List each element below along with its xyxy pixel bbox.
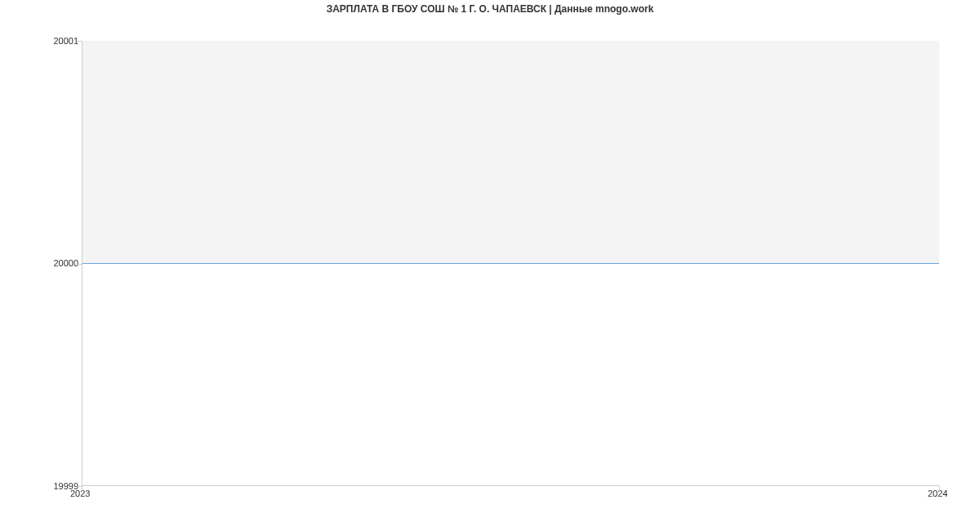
x-axis <box>82 485 939 486</box>
series-line <box>82 263 939 264</box>
y-tick-label-top: 20001 <box>5 36 78 46</box>
x-tick-label-start: 2023 <box>70 489 90 498</box>
y-tick-label-bottom: 19999 <box>5 481 78 491</box>
x-tick-start <box>82 486 82 491</box>
x-tick-end <box>939 486 940 491</box>
salary-chart: ЗАРПЛАТА В ГБОУ СОШ № 1 Г. О. ЧАПАЕВСК |… <box>0 0 980 531</box>
y-axis <box>82 41 82 486</box>
y-tick-top <box>77 41 82 42</box>
plot-area <box>82 41 939 486</box>
y-tick-label-mid: 20000 <box>5 258 78 268</box>
x-tick-label-end: 2024 <box>928 489 947 498</box>
y-tick-mid <box>77 264 82 265</box>
chart-title: ЗАРПЛАТА В ГБОУ СОШ № 1 Г. О. ЧАПАЕВСК |… <box>0 3 980 15</box>
series-area-fill <box>82 41 939 264</box>
